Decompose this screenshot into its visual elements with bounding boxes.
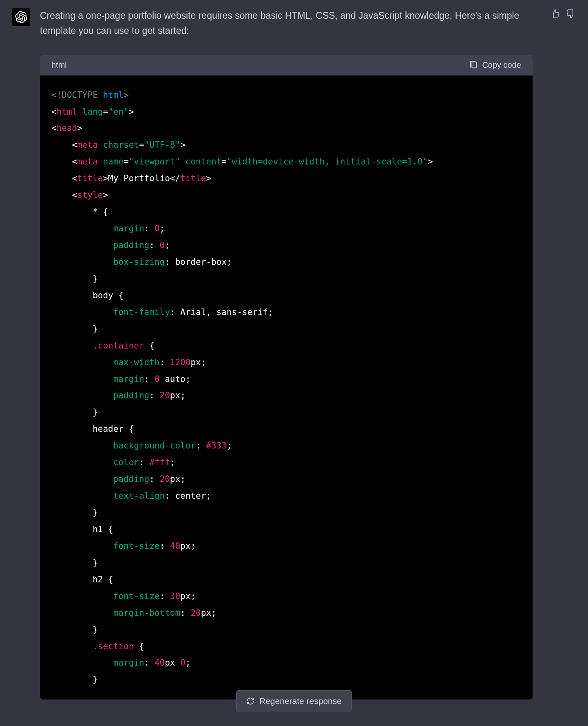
openai-logo-icon [15, 11, 27, 23]
code-content[interactable]: <!DOCTYPE html> <html lang="en"> <head> … [40, 75, 533, 700]
copy-code-label: Copy code [482, 60, 521, 70]
copy-code-button[interactable]: Copy code [469, 60, 521, 70]
feedback-icons [550, 8, 576, 19]
regenerate-label: Regenerate response [259, 696, 342, 706]
svg-rect-0 [472, 62, 477, 68]
assistant-avatar [12, 8, 30, 26]
assistant-message: Creating a one-page portfolio website re… [12, 8, 576, 699]
thumbs-up-icon[interactable] [550, 9, 560, 19]
code-block: html Copy code <!DOCTYPE html> <html lan… [40, 55, 533, 700]
intro-text: Creating a one-page portfolio website re… [40, 8, 533, 38]
refresh-icon [246, 697, 254, 705]
code-language-label: html [51, 60, 67, 70]
code-block-header: html Copy code [40, 55, 533, 75]
message-content: Creating a one-page portfolio website re… [40, 8, 533, 699]
regenerate-button[interactable]: Regenerate response [236, 690, 352, 712]
clipboard-icon [469, 60, 478, 69]
thumbs-down-icon[interactable] [566, 9, 576, 19]
